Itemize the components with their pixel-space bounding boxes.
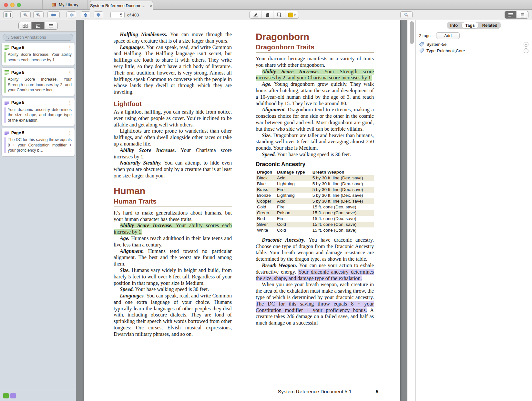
annotation-menu-button[interactable]: ⋮ (68, 70, 72, 75)
chevron-down-icon: ▾ (294, 13, 296, 17)
highlight-color-icon (5, 70, 9, 75)
up-arrow-icon (83, 13, 88, 17)
item-context-panel: InfoTagsRelated 2 tags: Add System-5e − … (415, 20, 532, 401)
area-tool-button[interactable] (273, 11, 285, 18)
pdf-viewport: Halfling Nimbleness. You can move throug… (76, 20, 415, 401)
paragraph: Naturally Stealthy. You can attempt to h… (114, 160, 232, 179)
annotation-menu-button[interactable]: ⋮ (68, 45, 72, 50)
panel-tab-related[interactable]: Related (479, 22, 501, 29)
search-icon (5, 35, 9, 39)
highlight-annotation[interactable]: The DC for this saving throw equals 8 + … (256, 301, 374, 313)
tag-remove-button[interactable]: − (524, 48, 528, 53)
zoom-out-button[interactable] (20, 11, 31, 18)
footer-page-number: 5 (375, 389, 378, 395)
annotation-menu-button[interactable]: ⋮ (68, 100, 72, 105)
annotation-tool-group: ▾ (249, 11, 299, 19)
tag-label: Type-Rulebook,Core (426, 48, 465, 53)
next-page-button[interactable] (94, 11, 103, 18)
tag-remove-button[interactable]: − (524, 42, 528, 47)
annotation-card-body: Your draconic ancestry determines the si… (5, 107, 72, 123)
annotation-card[interactable]: Page 5 ⋮ The DC for this saving throw eq… (1, 128, 75, 156)
fit-width-icon (51, 13, 56, 17)
window-tab-bar: My Library System Reference Docume… ✕ (0, 0, 532, 10)
sidebar-panel-icon (5, 13, 11, 17)
panel-tab-info[interactable]: Info (446, 22, 461, 29)
table-row: SilverCold15 ft. cone (Con. save) (256, 222, 374, 227)
navigate-back-button[interactable] (66, 11, 76, 18)
text-lines-icon (508, 13, 513, 17)
heading-dragonborn: Dragonborn (256, 32, 374, 42)
heading-human: Human (114, 186, 232, 196)
annotation-quote-bar (5, 77, 5, 93)
annotation-quote-bar (5, 52, 5, 63)
annotations-view-toggle[interactable] (505, 11, 517, 19)
tab-label: My Library (59, 2, 78, 7)
thumbnails-view-tab[interactable] (19, 22, 32, 29)
annotation-card-header: Page 5 ⋮ (5, 45, 72, 50)
annotation-quote-bar (5, 107, 5, 123)
tag-row[interactable]: System-5e − (419, 41, 528, 47)
previous-page-button[interactable] (81, 11, 90, 18)
paragraph: Size. Humans vary widely in height and b… (114, 267, 232, 286)
panel-tab-tags[interactable]: Tags (461, 22, 478, 29)
annotation-page-label: Page 5 (11, 131, 24, 135)
annotation-page-label: Page 5 (11, 45, 24, 50)
add-tag-button[interactable]: Add (436, 32, 460, 39)
context-pane-toggles (505, 11, 528, 19)
paragraph: Size. Dragonborn are taller and heavier … (256, 133, 374, 152)
traffic-light-close[interactable] (4, 3, 8, 7)
table-row: BlueLightning5 by 30 ft. line (Dex. save… (256, 181, 374, 187)
tag-list: System-5e − Type-Rulebook,Core − (419, 41, 528, 54)
paragraph: Languages. You can speak, read, and writ… (114, 293, 232, 338)
zoom-fit-width-button[interactable] (47, 11, 60, 18)
find-in-document-button[interactable] (400, 11, 413, 18)
annotation-text: Ability Score Increase. Your Strength sc… (8, 77, 72, 93)
annotation-search-field[interactable] (3, 34, 73, 41)
table-row: GreenPoison15 ft. cone (Con. save) (256, 210, 374, 216)
annotation-text: Your draconic ancestry determines the si… (8, 107, 72, 123)
color-filter-swatch-1[interactable] (10, 393, 16, 398)
zoom-in-button[interactable] (33, 11, 44, 18)
color-filter-swatch-0[interactable] (3, 393, 9, 398)
heading-human-traits: Human Traits (114, 197, 232, 206)
note-tool-button[interactable] (261, 11, 273, 18)
annotation-color-picker[interactable]: ▾ (285, 11, 299, 18)
close-icon[interactable]: ✕ (149, 4, 153, 8)
page-total-label: of 403 (127, 13, 139, 17)
annotation-card[interactable]: Page 5 ⋮ Ability Score Increase. Your St… (1, 67, 75, 96)
table-row: RedFire15 ft. cone (Dex. save) (256, 216, 374, 222)
search-input[interactable] (11, 35, 70, 40)
table-row: CopperAcid5 by 30 ft. line (Dex. save) (256, 198, 374, 204)
highlight-annotation[interactable]: Ability Score Increase. (262, 69, 319, 75)
paragraph: Speed. Your base walking speed is 30 fee… (114, 286, 232, 293)
outline-view-tab[interactable] (45, 22, 57, 29)
page-number-input[interactable] (110, 12, 125, 18)
tab-reader-document[interactable]: System Reference Docume… ✕ (90, 1, 153, 10)
paragraph: When you use your breath weapon, each cr… (256, 282, 374, 326)
outline-list-icon (48, 24, 54, 28)
toggle-sidebar-button[interactable] (3, 11, 13, 18)
pdf-column-right: DragonbornDragonborn TraitsYour draconic… (256, 32, 374, 326)
annotation-card[interactable]: Page 5 ⋮ Your draconic ancestry determin… (1, 98, 75, 126)
area-select-icon (277, 13, 281, 17)
annotation-card[interactable]: Page 5 ⋮ Ability Score Increase. Your ab… (1, 43, 75, 66)
tab-my-library[interactable]: My Library (42, 0, 87, 9)
sidebar-view-segmented-control (18, 22, 58, 30)
heading-lightfoot: Lightfoot (114, 100, 232, 108)
highlight-annotation[interactable]: Ability Score Increase. (120, 223, 173, 228)
annotation-text: Ability Score Increase. Your ability sco… (8, 52, 72, 63)
tags-header: 2 tags: Add (419, 32, 460, 39)
annotations-view-tab[interactable] (32, 22, 45, 29)
notepad-icon (520, 13, 525, 17)
paragraph: Halfling Nimbleness. You can move throug… (114, 32, 232, 45)
notes-view-toggle[interactable] (517, 11, 528, 19)
tag-row[interactable]: Type-Rulebook,Core − (419, 48, 528, 54)
annotation-menu-button[interactable]: ⋮ (68, 130, 72, 135)
pdf-scrollbar-track[interactable] (407, 20, 415, 401)
pdf-column-left: Halfling Nimbleness. You can move throug… (114, 32, 232, 338)
highlight-tool-button[interactable] (250, 11, 261, 18)
traffic-light-minimize[interactable] (10, 3, 15, 7)
traffic-light-zoom[interactable] (17, 3, 21, 7)
pdf-scrollbar-thumb[interactable] (410, 21, 414, 44)
annotation-page-label: Page 5 (11, 100, 24, 105)
